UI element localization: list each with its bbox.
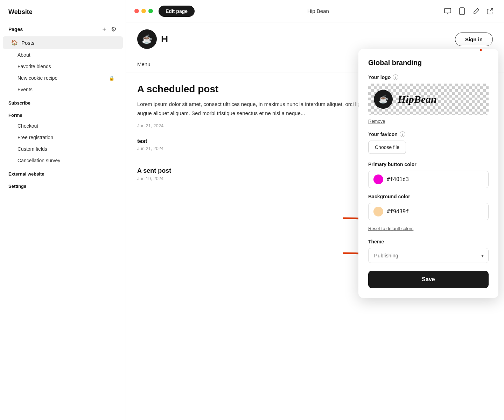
main-area: Edit page Hip Bean: [126, 0, 504, 420]
subscribe-category: Subscribe: [0, 95, 126, 108]
logo-text-preview: HipBean: [398, 93, 437, 105]
arrow-up-annotation: [470, 49, 491, 54]
menu-label: Menu: [137, 61, 150, 67]
topbar-site-name: Hip Bean: [307, 8, 329, 14]
topbar: Edit page Hip Bean: [126, 0, 504, 22]
pages-icons: + ⚙: [102, 26, 117, 33]
background-color-field[interactable]: #f9d39f: [368, 203, 489, 220]
external-website-category: External website: [0, 166, 126, 179]
dot-green: [148, 9, 153, 13]
sidebar-item-posts[interactable]: 🏠 Posts: [3, 36, 123, 49]
free-registration-label: Free registration: [18, 135, 53, 140]
desktop-view-button[interactable]: [442, 5, 454, 17]
pen-tool-button[interactable]: [470, 6, 482, 17]
forms-category: Forms: [0, 108, 126, 120]
sidebar-item-custom-fields[interactable]: Custom fields: [3, 143, 123, 155]
events-label: Events: [18, 87, 33, 92]
home-icon: 🏠: [11, 40, 18, 46]
save-button[interactable]: Save: [368, 271, 489, 288]
checkout-label: Checkout: [18, 123, 38, 129]
primary-color-swatch: [373, 175, 383, 184]
favicon-info-icon[interactable]: i: [400, 131, 405, 137]
theme-label: Theme: [368, 239, 489, 244]
pages-label: Pages: [8, 27, 23, 32]
logo-preview-area: ☕ HipBean: [368, 84, 489, 115]
about-label: About: [18, 52, 30, 58]
sidebar-item-new-cookie-recipe[interactable]: New cookie recipe 🔒: [3, 72, 123, 84]
mobile-view-button[interactable]: [456, 5, 468, 17]
primary-color-label: Primary button color: [368, 162, 489, 167]
external-link-icon: [486, 8, 493, 15]
preview-sign-in-button[interactable]: Sign in: [455, 33, 493, 46]
logo-info-icon[interactable]: i: [393, 74, 398, 80]
svg-rect-0: [444, 8, 451, 13]
sidebar-item-checkout[interactable]: Checkout: [3, 120, 123, 131]
theme-select[interactable]: Publishing Modern Classic Minimal: [368, 248, 489, 263]
topbar-right: [442, 5, 496, 17]
sidebar-item-events[interactable]: Events: [3, 84, 123, 95]
mobile-icon: [458, 7, 465, 15]
desktop-icon: [444, 7, 451, 15]
posts-label: Posts: [21, 40, 35, 46]
logo-label: Your logo i: [368, 74, 489, 80]
primary-color-value: #f401d3: [387, 176, 409, 183]
website-title: Website: [0, 8, 126, 23]
logo-small-circle: ☕: [374, 90, 393, 109]
settings-category: Settings: [0, 179, 126, 191]
favorite-blends-label: Favorite blends: [18, 64, 51, 69]
sidebar: Website Pages + ⚙ 🏠 Posts About Favorite…: [0, 0, 126, 420]
topbar-left: Edit page: [134, 6, 195, 17]
panel-title: Global branding: [368, 59, 489, 67]
reset-colors-link[interactable]: Reset to default colors: [368, 226, 489, 231]
lock-icon: 🔒: [109, 76, 114, 81]
page-preview: ☕ H Sign in Menu A scheduled post Lorem …: [126, 22, 504, 420]
theme-select-wrapper: Publishing Modern Classic Minimal ▾: [368, 248, 489, 263]
remove-logo-link[interactable]: Remove: [368, 119, 489, 124]
pen-icon: [472, 8, 479, 15]
dot-red: [134, 9, 139, 13]
preview-site-name: H: [161, 34, 168, 45]
new-cookie-recipe-label: New cookie recipe: [18, 75, 57, 81]
edit-page-button[interactable]: Edit page: [159, 6, 195, 17]
cancellation-survey-label: Cancellation survey: [18, 158, 60, 163]
background-color-value: #f9d39f: [387, 208, 409, 215]
external-link-button[interactable]: [484, 6, 496, 17]
window-dots: [134, 9, 153, 13]
sidebar-item-about[interactable]: About: [3, 49, 123, 60]
preview-logo-circle: ☕: [137, 29, 157, 49]
branding-panel: Global branding Your logo i ☕ HipBean Re…: [358, 49, 498, 298]
choose-file-button[interactable]: Choose file: [368, 141, 406, 154]
background-color-swatch: [373, 207, 383, 216]
background-color-label: Background color: [368, 194, 489, 199]
favicon-label: Your favicon i: [368, 131, 489, 137]
svg-point-4: [462, 13, 462, 14]
custom-fields-label: Custom fields: [18, 146, 47, 152]
pages-settings-button[interactable]: ⚙: [110, 26, 117, 33]
sidebar-item-cancellation-survey[interactable]: Cancellation survey: [3, 155, 123, 166]
add-page-button[interactable]: +: [102, 26, 107, 33]
pages-section-header: Pages + ⚙: [0, 23, 126, 36]
sidebar-item-free-registration[interactable]: Free registration: [3, 132, 123, 143]
preview-logo-area: ☕ H: [137, 29, 168, 49]
sidebar-item-favorite-blends[interactable]: Favorite blends: [3, 61, 123, 72]
dot-yellow: [141, 9, 146, 13]
primary-color-field[interactable]: #f401d3: [368, 171, 489, 188]
